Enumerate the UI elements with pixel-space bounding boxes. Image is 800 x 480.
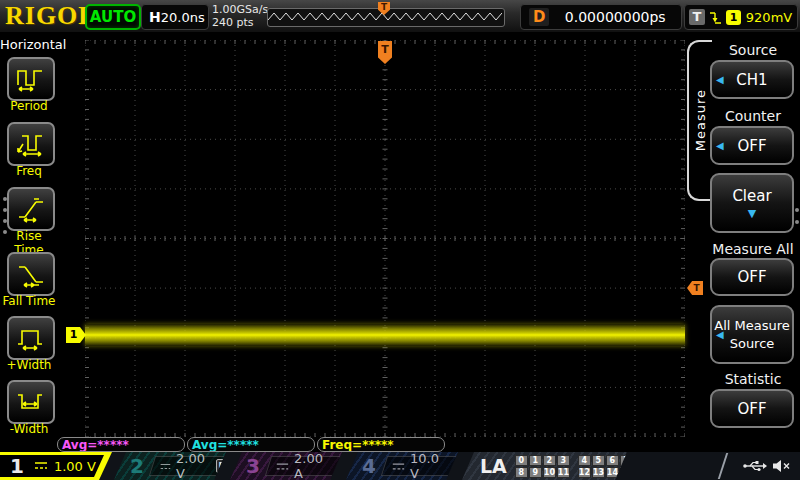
fall-time-icon (15, 260, 47, 288)
freq-button[interactable] (7, 122, 55, 166)
left-page-dot (3, 219, 7, 223)
la-digit-grid: 01234567 89101112131415 (515, 455, 633, 478)
delay-value: 0.00000000ps (549, 9, 681, 25)
measure-menu-tab: Measure (687, 40, 712, 201)
la-digit: 10 (543, 467, 556, 478)
graticule (85, 40, 685, 437)
bandwidth-limit-icon: B (216, 459, 228, 473)
measure-all-value: OFF (737, 268, 766, 286)
pos-width-icon (15, 324, 47, 352)
separator (718, 453, 728, 479)
la-digit: 12 (578, 467, 591, 478)
fall-time-label: Fall Time (0, 294, 58, 308)
la-digit: 14 (606, 467, 619, 478)
menu-arrow-left-icon: ◀ (716, 140, 724, 151)
measurement-slot-2[interactable]: Avg=***** (187, 437, 315, 452)
channel-4-number: 4 (362, 454, 376, 478)
pos-width-button[interactable] (7, 316, 55, 360)
falling-edge-icon (709, 10, 722, 25)
left-page-dot (3, 197, 7, 201)
statistic-button[interactable]: OFF (710, 389, 794, 428)
measurement-slot-1[interactable]: Avg=***** (57, 437, 185, 452)
horizontal-scale-box[interactable]: H 20.0ns (141, 4, 209, 30)
right-page-dot (795, 208, 799, 212)
statistic-value: OFF (737, 400, 766, 418)
counter-button[interactable]: ◀ OFF (710, 126, 794, 165)
source-button[interactable]: ◀ CH1 (710, 60, 794, 99)
rise-time-icon (15, 195, 47, 223)
channel-1-tab[interactable]: 1 1.00 V (0, 452, 112, 480)
la-digit: 7 (620, 455, 633, 466)
right-page-dot (795, 220, 799, 224)
la-digit: 2 (543, 455, 556, 466)
channel-4-scale: 10.0 V (410, 451, 450, 480)
rise-time-button[interactable] (7, 187, 55, 231)
channel-2-scale: 2.00 V (176, 451, 210, 480)
measurement-slot-3[interactable]: Freq=***** (317, 437, 445, 452)
channel-1-scale: 1.00 V (54, 459, 96, 474)
channel-2-tab[interactable]: 2 2.00 V B (114, 452, 226, 480)
h-label: H (149, 9, 161, 25)
all-measure-source-button[interactable]: ◀ All Measure Source (710, 305, 794, 364)
statistic-label: Statistic (710, 371, 796, 387)
channel-3-number: 3 (246, 454, 260, 478)
channel-status-bar: 1 1.00 V 2 2.00 V B 3 (0, 452, 800, 480)
left-page-dot (3, 230, 7, 234)
period-label: Period (0, 99, 58, 113)
measure-all-label: Measure All (710, 241, 796, 257)
la-digit: 9 (529, 467, 542, 478)
channel-3-value-box: 2.00 A (265, 456, 346, 476)
t-label: T (689, 9, 705, 25)
dc-coupling-icon (160, 462, 171, 471)
period-button[interactable] (7, 57, 55, 101)
la-digit: 6 (606, 455, 619, 466)
source-value: CH1 (736, 71, 767, 89)
run-status-badge: AUTO (85, 4, 141, 30)
neg-width-icon (15, 388, 47, 416)
clear-button[interactable]: Clear ▼ (710, 173, 794, 233)
delay-box[interactable]: D 0.00000000ps (520, 4, 682, 30)
d-label: D (529, 8, 549, 26)
la-digit: 8 (515, 467, 528, 478)
la-label: LA (480, 455, 507, 477)
freq-label: Freq (0, 164, 58, 178)
sample-rate: 1.00GSa/s (212, 3, 268, 16)
channel-2-value-box: 2.00 V B (149, 456, 239, 476)
menu-arrow-down-icon: ▼ (748, 209, 756, 219)
trigger-box[interactable]: T 1 920mV (684, 4, 798, 30)
menu-arrow-left-icon: ◀ (716, 74, 724, 85)
measure-tab-label: Measure (693, 89, 708, 151)
channel-4-tab[interactable]: 4 10.0 V (346, 452, 458, 480)
neg-width-label: -Width (0, 422, 58, 436)
la-digit: 13 (592, 467, 605, 478)
counter-label: Counter (710, 108, 796, 124)
all-measure-line1: All Measure (714, 318, 790, 333)
la-digit: 1 (529, 455, 542, 466)
clear-label: Clear (732, 187, 771, 205)
channel-3-tab[interactable]: 3 2.00 A (230, 452, 342, 480)
la-digit: 15 (620, 467, 633, 478)
dc-coupling-icon (33, 461, 49, 471)
freq-icon (15, 130, 47, 158)
oscilloscope-screen: RIGOL AUTO H 20.0ns 1.00GSa/s 240 pts T … (0, 0, 800, 480)
channel-1-number: 1 (10, 454, 24, 478)
channel-4-value-box: 10.0 V (381, 456, 462, 476)
rigol-logo: RIGOL (5, 1, 97, 31)
la-digit: 4 (578, 455, 591, 466)
fall-time-button[interactable] (7, 252, 55, 296)
dc-coupling-icon (392, 462, 405, 471)
ch1-offset-marker[interactable]: 1 (66, 327, 86, 343)
la-digit: 5 (592, 455, 605, 466)
all-measure-line2: Source (730, 336, 775, 351)
la-digit: 0 (515, 455, 528, 466)
sample-rate-info: 1.00GSa/s 240 pts (212, 3, 268, 29)
channel-2-number: 2 (130, 454, 144, 478)
trigger-level-marker[interactable]: T (687, 281, 703, 295)
left-page-dot (3, 208, 7, 212)
h-scale-value: 20.0ns (161, 10, 205, 25)
measure-all-button[interactable]: OFF (710, 258, 794, 296)
logic-analyzer-tab[interactable]: LA 01234567 89101112131415 (462, 452, 627, 480)
neg-width-button[interactable] (7, 380, 55, 424)
trigger-level-value: 920mV (741, 10, 797, 25)
pos-width-label: +Width (0, 358, 58, 372)
